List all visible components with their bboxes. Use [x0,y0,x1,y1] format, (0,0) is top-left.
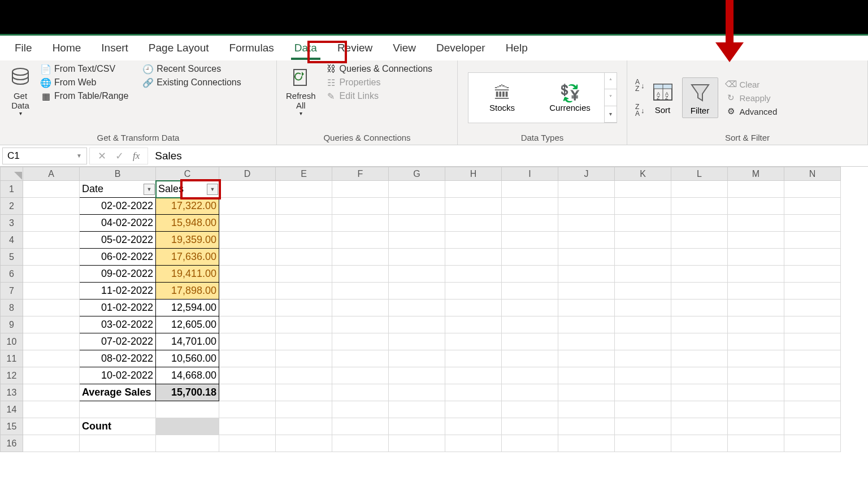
cell-J1[interactable] [558,181,615,198]
cell-M4[interactable] [728,232,784,249]
cell-G8[interactable] [389,300,445,316]
cell-E12[interactable] [276,367,332,384]
cell-E13[interactable] [276,384,332,401]
cell-K6[interactable] [615,266,671,283]
cell-H1[interactable] [445,181,502,198]
tab-data[interactable]: Data [284,37,327,59]
cell-J16[interactable] [558,435,615,452]
tab-page-layout[interactable]: Page Layout [138,37,219,59]
cell-I10[interactable] [502,333,558,350]
cell-A15[interactable] [23,418,80,435]
cell-G6[interactable] [389,266,445,283]
row-header-14[interactable]: 14 [1,401,23,418]
cell-J5[interactable] [558,249,615,266]
cell-H13[interactable] [445,384,502,401]
cell-K5[interactable] [615,249,671,266]
cell-M6[interactable] [728,266,784,283]
cell-E16[interactable] [276,435,332,452]
cell-B7[interactable]: 11-02-2022 [80,283,156,300]
cell-B8[interactable]: 01-02-2022 [80,300,156,316]
cell-C2[interactable]: 17,322.00 [156,198,219,215]
cell-D13[interactable] [219,384,276,401]
advanced-filter-button[interactable]: ⚙Advanced [726,106,778,116]
cell-D4[interactable] [219,232,276,249]
cell-G1[interactable] [389,181,445,198]
cell-D12[interactable] [219,367,276,384]
column-header-K[interactable]: K [615,167,671,181]
cell-A10[interactable] [23,333,80,350]
cell-C12[interactable]: 14,668.00 [156,367,219,384]
cell-D3[interactable] [219,215,276,232]
cell-C11[interactable]: 10,560.00 [156,350,219,367]
cell-B11[interactable]: 08-02-2022 [80,350,156,367]
queries-connections-button[interactable]: ⛓Queries & Connections [326,64,433,74]
cell-H5[interactable] [445,249,502,266]
cell-D7[interactable] [219,283,276,300]
cell-G16[interactable] [389,435,445,452]
cell-M16[interactable] [728,435,784,452]
cell-F8[interactable] [332,300,389,316]
filter-dropdown-sales[interactable]: ▼ [207,184,218,195]
row-header-2[interactable]: 2 [1,198,23,215]
cell-M8[interactable] [728,300,784,316]
tab-review[interactable]: Review [327,37,383,59]
currencies-type[interactable]: 💱 Currencies [536,83,604,112]
cell-N14[interactable] [784,401,841,418]
cell-L5[interactable] [671,249,728,266]
cell-H9[interactable] [445,316,502,333]
cell-G5[interactable] [389,249,445,266]
cell-J13[interactable] [558,384,615,401]
cell-J6[interactable] [558,266,615,283]
cell-J7[interactable] [558,283,615,300]
cell-B15[interactable]: Count [80,418,156,435]
cell-L10[interactable] [671,333,728,350]
cell-K7[interactable] [615,283,671,300]
column-header-A[interactable]: A [23,167,80,181]
cell-G9[interactable] [389,316,445,333]
cell-H12[interactable] [445,367,502,384]
filter-button[interactable]: Filter [682,77,718,118]
row-header-7[interactable]: 7 [1,283,23,300]
cell-F4[interactable] [332,232,389,249]
cell-E7[interactable] [276,283,332,300]
cell-A12[interactable] [23,367,80,384]
cell-F15[interactable] [332,418,389,435]
cell-B13[interactable]: Average Sales [80,384,156,401]
cell-A6[interactable] [23,266,80,283]
cell-N3[interactable] [784,215,841,232]
cell-G11[interactable] [389,350,445,367]
stocks-type[interactable]: 🏛 Stocks [468,84,536,112]
cell-N10[interactable] [784,333,841,350]
cell-H15[interactable] [445,418,502,435]
cell-H6[interactable] [445,266,502,283]
cell-C13[interactable]: 15,700.18 [156,384,219,401]
from-web-button[interactable]: 🌐From Web [41,77,128,88]
refresh-all-button[interactable]: Refresh All ▾ [283,64,319,119]
cell-L7[interactable] [671,283,728,300]
cell-L4[interactable] [671,232,728,249]
cell-N11[interactable] [784,350,841,367]
cell-K12[interactable] [615,367,671,384]
row-header-12[interactable]: 12 [1,367,23,384]
column-header-I[interactable]: I [502,167,558,181]
cell-A4[interactable] [23,232,80,249]
cell-I14[interactable] [502,401,558,418]
cell-A1[interactable] [23,181,80,198]
cell-M12[interactable] [728,367,784,384]
cell-I6[interactable] [502,266,558,283]
cell-B16[interactable] [80,435,156,452]
cell-K14[interactable] [615,401,671,418]
tab-view[interactable]: View [383,37,426,59]
cell-L16[interactable] [671,435,728,452]
filter-dropdown-date[interactable]: ▼ [144,184,155,195]
cell-D10[interactable] [219,333,276,350]
cell-E15[interactable] [276,418,332,435]
cell-F10[interactable] [332,333,389,350]
cell-J2[interactable] [558,198,615,215]
cell-B2[interactable]: 02-02-2022 [80,198,156,215]
cell-F14[interactable] [332,401,389,418]
cell-D11[interactable] [219,350,276,367]
name-box[interactable]: C1 ▼ [2,147,87,164]
cell-K4[interactable] [615,232,671,249]
cell-C8[interactable]: 12,594.00 [156,300,219,316]
